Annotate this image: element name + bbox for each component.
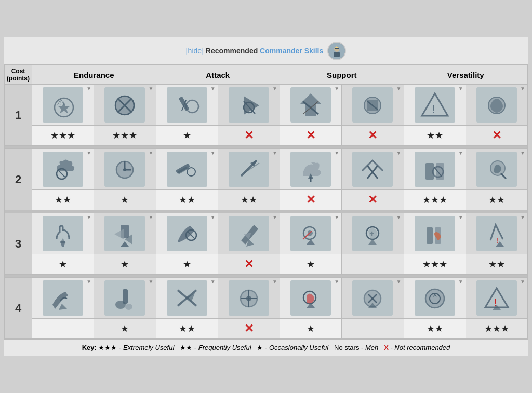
category-endurance: Endurance xyxy=(32,65,156,85)
rating-end-3a: ★ xyxy=(32,254,94,275)
rating-sup-4b xyxy=(342,319,404,339)
svg-marker-57 xyxy=(368,239,377,245)
skill-icon: ! xyxy=(414,87,456,123)
skill-icon xyxy=(166,280,208,316)
rating-ver-2a: ★★★ xyxy=(404,190,466,210)
skill-ver-2b[interactable]: ▼ xyxy=(466,149,527,190)
skill-icon xyxy=(352,151,393,187)
rating-ver-3b: ★★ xyxy=(466,254,527,275)
skill-atk-4b[interactable]: ▼ xyxy=(218,278,280,319)
svg-marker-62 xyxy=(59,304,67,310)
skill-atk-4a[interactable]: ▼ xyxy=(156,278,218,319)
header-text: [hide] Recommended Commander Skills xyxy=(186,47,324,55)
svg-rect-1 xyxy=(334,52,340,57)
skill-icon xyxy=(476,87,517,123)
rating-end-2a: ★★ xyxy=(32,190,94,210)
svg-marker-54 xyxy=(307,239,315,245)
header: [hide] Recommended Commander Skills xyxy=(4,37,528,65)
skill-sup-1b[interactable]: ▼ xyxy=(342,85,404,126)
dropdown-arrow: ▼ xyxy=(272,86,277,91)
rating-atk-1b: ✕ xyxy=(218,126,280,146)
skill-icon xyxy=(352,280,393,316)
skill-sup-4a[interactable]: ▼ xyxy=(280,278,342,319)
skill-ver-2a[interactable]: ▼ xyxy=(404,149,466,190)
key-3star: ★★★ - Extremely Useful xyxy=(98,344,174,351)
skill-icon xyxy=(42,215,84,252)
skill-icon xyxy=(414,215,456,252)
rating-end-3b: ★ xyxy=(94,254,156,275)
skill-end-3a[interactable]: ▼ xyxy=(32,213,94,254)
skill-ver-1b[interactable]: ▼ xyxy=(466,85,527,126)
skill-sup-2b[interactable]: ▼ xyxy=(342,149,404,190)
skill-ver-3a[interactable]: ▼ xyxy=(404,213,466,254)
svg-point-77 xyxy=(425,289,444,308)
skill-end-1b[interactable]: ▼ xyxy=(94,85,156,126)
dropdown-arrow: ▼ xyxy=(210,86,216,91)
skill-icon xyxy=(104,87,145,123)
rating-atk-3a: ★ xyxy=(156,254,218,275)
skill-end-2a[interactable]: ▼ xyxy=(32,149,94,190)
rating-atk-2b: ★★ xyxy=(218,190,280,210)
svg-point-65 xyxy=(125,304,132,310)
rating-end-2b: ★ xyxy=(94,190,156,210)
skill-end-4b[interactable]: ▼ xyxy=(94,278,156,319)
skills-grid: Cost(points) Endurance Attack Support Ve… xyxy=(4,65,528,339)
category-attack: Attack xyxy=(156,65,280,85)
svg-text:!: ! xyxy=(432,103,435,115)
dropdown-arrow: ▼ xyxy=(86,86,91,91)
rating-sup-1a: ✕ xyxy=(280,126,342,146)
skill-icon xyxy=(352,87,393,123)
skill-atk-2b[interactable]: ▼ xyxy=(218,149,280,190)
skill-icon xyxy=(104,151,145,187)
svg-marker-43 xyxy=(60,238,66,243)
svg-text:⚠: ⚠ xyxy=(57,97,65,107)
skill-icon xyxy=(228,87,270,123)
svg-rect-58 xyxy=(427,227,433,244)
skill-icon xyxy=(414,280,456,316)
skill-sup-1a[interactable]: ▼ xyxy=(280,85,342,126)
skill-icon xyxy=(104,215,145,252)
skill-end-2b[interactable]: ▼ xyxy=(94,149,156,190)
skill-icon: ⚠ xyxy=(42,87,84,123)
skill-ver-4b[interactable]: ▼ ! xyxy=(466,278,527,319)
skill-icon: ! xyxy=(476,280,517,316)
rating-ver-1b: ✕ xyxy=(466,126,527,146)
key-2star: ★★ - Frequently Useful xyxy=(176,344,251,351)
skill-atk-3b[interactable]: ▼ xyxy=(218,213,280,254)
skill-icon xyxy=(290,280,331,316)
rating-sup-4a: ★ xyxy=(280,319,342,339)
skill-end-3b[interactable]: ▼ xyxy=(94,213,156,254)
skill-sup-4b[interactable]: ▼ xyxy=(342,278,404,319)
skill-ver-3b[interactable]: ▼ ! xyxy=(466,213,527,254)
rating-sup-2b: ✕ xyxy=(342,190,404,210)
rating-ver-2b: ★★ xyxy=(466,190,527,210)
skill-atk-2a[interactable]: ▼ xyxy=(156,149,218,190)
skill-atk-3a[interactable]: ▼ xyxy=(156,213,218,254)
rating-sup-3b xyxy=(342,254,404,275)
skill-end-1a[interactable]: ▼ ⚠ xyxy=(32,85,94,126)
svg-marker-46 xyxy=(114,229,124,239)
skill-sup-3a[interactable]: ▼ xyxy=(280,213,342,254)
skill-sup-2a[interactable]: ▼ xyxy=(280,149,342,190)
skill-ver-4a[interactable]: ▼ xyxy=(404,278,466,319)
skill-icon: + xyxy=(352,215,393,252)
category-versatility: Versatility xyxy=(404,65,528,85)
rating-atk-2a: ★★ xyxy=(156,190,218,210)
skill-icon xyxy=(228,280,270,316)
skill-icon xyxy=(414,151,456,187)
rating-end-4a xyxy=(32,319,94,339)
skill-atk-1a[interactable]: ▼ xyxy=(156,85,218,126)
skill-sup-3b[interactable]: ▼ + xyxy=(342,213,404,254)
svg-line-41 xyxy=(501,173,506,179)
skill-icon xyxy=(166,87,208,123)
rating-sup-1b: ✕ xyxy=(342,126,404,146)
hide-link[interactable]: [hide] xyxy=(186,47,204,55)
svg-point-30 xyxy=(187,168,195,176)
rating-end-1b: ★★★ xyxy=(94,126,156,146)
rating-atk-3b: ✕ xyxy=(218,254,280,275)
skill-ver-1a[interactable]: ▼ ! xyxy=(404,85,466,126)
skill-icon xyxy=(104,280,145,316)
skill-end-4a[interactable]: ▼ xyxy=(32,278,94,319)
skill-atk-1b[interactable]: ▼ xyxy=(218,85,280,126)
rating-ver-1a: ★★ xyxy=(404,126,466,146)
